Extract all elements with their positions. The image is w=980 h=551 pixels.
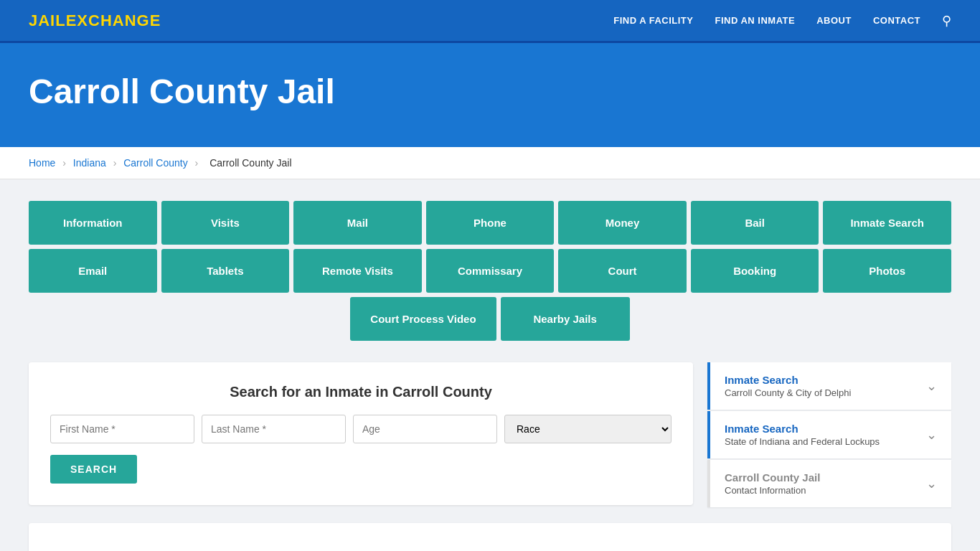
sidebar-item-2[interactable]: Inmate Search State of Indiana and Feder… — [707, 411, 951, 458]
chevron-down-icon-2: ⌄ — [926, 427, 937, 443]
sidebar-item-2-title: Inmate Search — [725, 423, 880, 435]
sidebar-item-2-subtitle: State of Indiana and Federal Lockups — [725, 436, 880, 447]
search-title: Search for an Inmate in Carroll County — [50, 384, 672, 400]
btn-mail[interactable]: Mail — [293, 201, 422, 245]
breadcrumb-current: Carroll County Jail — [209, 157, 291, 169]
btn-photos[interactable]: Photos — [823, 249, 951, 293]
btn-remote-visits[interactable]: Remote Visits — [293, 249, 422, 293]
page-title: Carroll County Jail — [29, 72, 951, 111]
btn-commissary[interactable]: Commissary — [426, 249, 555, 293]
nav-find-facility[interactable]: FIND A FACILITY — [613, 15, 693, 26]
btn-phone[interactable]: Phone — [426, 201, 555, 245]
logo[interactable]: JAILEXCHANGE — [29, 11, 161, 30]
sidebar-item-1[interactable]: Inmate Search Carroll County & City of D… — [707, 362, 951, 410]
sidebar-item-3[interactable]: Carroll County Jail Contact Information … — [707, 460, 951, 507]
content-row: Search for an Inmate in Carroll County R… — [29, 362, 951, 509]
btn-information[interactable]: Information — [29, 201, 157, 245]
btn-court-process-video[interactable]: Court Process Video — [350, 297, 496, 341]
sidebar-item-3-title: Carroll County Jail — [725, 471, 820, 484]
breadcrumb-home[interactable]: Home — [29, 157, 55, 169]
btn-money[interactable]: Money — [558, 201, 687, 245]
btn-nearby-jails[interactable]: Nearby Jails — [501, 297, 630, 341]
btn-tablets[interactable]: Tablets — [161, 249, 290, 293]
inmate-search-box: Search for an Inmate in Carroll County R… — [29, 362, 693, 505]
chevron-down-icon-3: ⌄ — [926, 476, 937, 491]
last-name-input[interactable] — [202, 415, 346, 443]
btn-email[interactable]: Email — [29, 249, 157, 293]
search-fields: Race White Black Hispanic Asian Other — [50, 415, 672, 443]
search-icon[interactable]: ⚲ — [942, 13, 951, 29]
logo-exchange: EXCHANGE — [66, 11, 161, 29]
nav-links: FIND A FACILITY FIND AN INMATE ABOUT CON… — [613, 13, 951, 29]
btn-visits[interactable]: Visits — [161, 201, 290, 245]
nav-contact[interactable]: CONTACT — [873, 15, 920, 26]
breadcrumb-sep-1: › — [62, 157, 66, 169]
race-select[interactable]: Race White Black Hispanic Asian Other — [504, 415, 672, 443]
nav-about[interactable]: ABOUT — [816, 15, 852, 26]
breadcrumb-sep-2: › — [113, 157, 117, 169]
sidebar-item-1-subtitle: Carroll County & City of Delphi — [725, 387, 851, 398]
sidebar-item-3-subtitle: Contact Information — [725, 485, 820, 496]
sidebar-item-1-title: Inmate Search — [725, 374, 851, 386]
nav-find-inmate[interactable]: FIND AN INMATE — [715, 15, 795, 26]
main-content: Information Visits Mail Phone Money Bail… — [0, 179, 980, 551]
breadcrumb-indiana[interactable]: Indiana — [73, 157, 106, 169]
chevron-down-icon-1: ⌄ — [926, 378, 937, 394]
nav-grid-row3: Court Process Video Nearby Jails — [29, 297, 951, 341]
btn-booking[interactable]: Booking — [691, 249, 819, 293]
btn-court[interactable]: Court — [558, 249, 687, 293]
info-section: Carroll County Jail Information — [29, 523, 951, 551]
first-name-input[interactable] — [50, 415, 194, 443]
logo-jail: JAIL — [29, 11, 66, 29]
hero-section: Carroll County Jail — [0, 43, 980, 147]
breadcrumb-sep-3: › — [195, 157, 199, 169]
search-button[interactable]: SEARCH — [50, 455, 137, 484]
btn-bail[interactable]: Bail — [691, 201, 819, 245]
breadcrumb-carroll-county[interactable]: Carroll County — [123, 157, 187, 169]
nav-grid-row1: Information Visits Mail Phone Money Bail… — [29, 201, 951, 245]
navbar: JAILEXCHANGE FIND A FACILITY FIND AN INM… — [0, 0, 980, 43]
breadcrumb: Home › Indiana › Carroll County › Carrol… — [0, 147, 980, 179]
nav-grid-row2: Email Tablets Remote Visits Commissary C… — [29, 249, 951, 293]
age-input[interactable] — [353, 415, 497, 443]
sidebar: Inmate Search Carroll County & City of D… — [707, 362, 951, 509]
btn-inmate-search[interactable]: Inmate Search — [823, 201, 951, 245]
